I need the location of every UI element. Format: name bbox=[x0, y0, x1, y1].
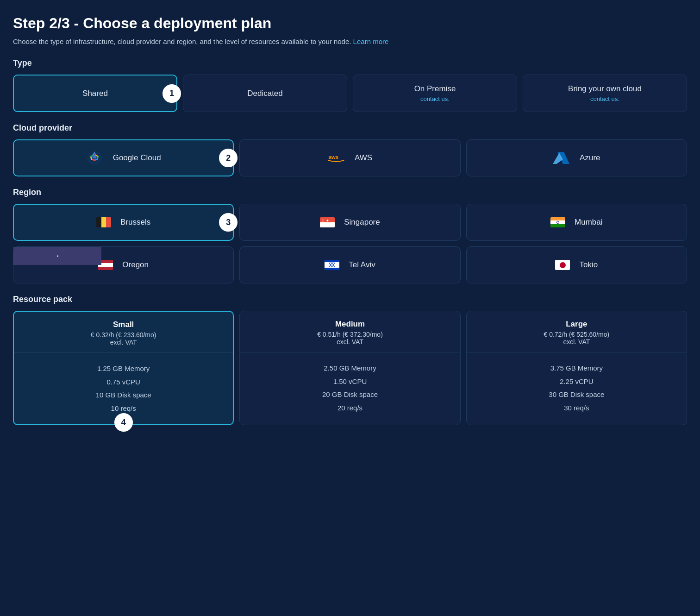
resource-option-medium[interactable]: Medium € 0.51/h (€ 372.30/mo) excl. VAT … bbox=[239, 311, 460, 425]
step-badge-2: 2 bbox=[219, 149, 238, 167]
cloud-provider-section-label: Cloud provider bbox=[13, 123, 687, 133]
flag-singapore: ☾ ✦ bbox=[320, 217, 335, 227]
resource-small-price: € 0.32/h (€ 233.60/mo) bbox=[21, 331, 225, 339]
resource-large-name: Large bbox=[474, 320, 679, 329]
type-options-grid: Shared 1 Dedicated On Premise contact us… bbox=[13, 75, 687, 112]
resource-small-specs: 1.25 GB Memory 0.75 vCPU 10 GB Disk spac… bbox=[21, 362, 225, 415]
resource-small-name: Small bbox=[21, 320, 225, 329]
svg-marker-6 bbox=[329, 263, 335, 267]
flag-israel bbox=[325, 260, 339, 270]
type-shared-label: Shared bbox=[82, 89, 108, 98]
region-row-1: Brussels 3 ☾ ✦ Singapore Mumbai bbox=[13, 204, 687, 241]
region-mumbai-label: Mumbai bbox=[575, 218, 602, 227]
svg-point-1 bbox=[93, 155, 96, 158]
region-tokio-label: Tokio bbox=[579, 260, 598, 270]
region-option-mumbai[interactable]: Mumbai bbox=[466, 204, 687, 241]
step-badge-1: 1 bbox=[162, 84, 181, 103]
type-byoc-label: Bring your own cloud bbox=[568, 84, 642, 93]
region-brussels-label: Brussels bbox=[120, 218, 150, 227]
provider-gcp-label: Google Cloud bbox=[113, 153, 161, 163]
gcp-icon bbox=[86, 150, 103, 166]
region-option-brussels[interactable]: Brussels 3 bbox=[13, 204, 234, 241]
provider-option-aws[interactable]: aws AWS bbox=[239, 139, 460, 176]
provider-azure-label: Azure bbox=[580, 153, 600, 163]
region-option-singapore[interactable]: ☾ ✦ Singapore bbox=[239, 204, 460, 241]
region-option-tokio[interactable]: Tokio bbox=[466, 246, 687, 283]
type-option-byoc[interactable]: Bring your own cloud contact us. bbox=[523, 75, 687, 112]
region-oregon-label: Oregon bbox=[122, 260, 149, 270]
svg-text:aws: aws bbox=[328, 154, 338, 160]
resource-medium-price: € 0.51/h (€ 372.30/mo) bbox=[247, 331, 452, 338]
provider-option-azure[interactable]: Azure bbox=[466, 139, 687, 176]
region-option-tel-aviv[interactable]: Tel Aviv bbox=[239, 246, 460, 283]
type-option-dedicated[interactable]: Dedicated bbox=[183, 75, 347, 112]
resource-large-price: € 0.72/h (€ 525.60/mo) bbox=[474, 331, 679, 338]
type-option-shared[interactable]: Shared 1 bbox=[13, 75, 177, 112]
azure-icon bbox=[553, 150, 569, 166]
resource-option-small[interactable]: Small € 0.32/h (€ 233.60/mo) excl. VAT 1… bbox=[13, 311, 234, 425]
type-option-on-premise[interactable]: On Premise contact us. bbox=[353, 75, 517, 112]
step-badge-3: 3 bbox=[219, 213, 238, 232]
provider-aws-label: AWS bbox=[355, 153, 372, 163]
region-row-2: ★ Oregon Tel Aviv Tokio bbox=[13, 246, 687, 283]
type-byoc-contact[interactable]: contact us. bbox=[568, 95, 642, 102]
region-section-label: Region bbox=[13, 188, 687, 197]
page-title: Step 2/3 - Choose a deployment plan bbox=[13, 15, 687, 32]
flag-japan bbox=[555, 260, 570, 270]
flag-usa: ★ bbox=[98, 260, 113, 270]
page-subtitle: Choose the type of infrastructure, cloud… bbox=[13, 38, 687, 45]
resource-large-specs: 3.75 GB Memory 2.25 vCPU 30 GB Disk spac… bbox=[474, 362, 679, 415]
resource-pack-section-label: Resource pack bbox=[13, 295, 687, 304]
step-badge-4: 4 bbox=[114, 413, 133, 432]
provider-option-gcp[interactable]: Google Cloud 2 bbox=[13, 139, 234, 176]
svg-marker-7 bbox=[329, 263, 335, 267]
learn-more-link[interactable]: Learn more bbox=[353, 38, 389, 45]
resource-pack-grid: Small € 0.32/h (€ 233.60/mo) excl. VAT 1… bbox=[13, 311, 687, 425]
flag-india bbox=[550, 217, 565, 227]
region-option-oregon[interactable]: ★ Oregon bbox=[13, 246, 234, 283]
region-tel-aviv-label: Tel Aviv bbox=[349, 260, 375, 270]
region-grid: Brussels 3 ☾ ✦ Singapore Mumbai bbox=[13, 204, 687, 283]
type-on-premise-contact[interactable]: contact us. bbox=[414, 95, 456, 102]
region-singapore-label: Singapore bbox=[344, 218, 380, 227]
type-section-label: Type bbox=[13, 58, 687, 68]
resource-medium-specs: 2.50 GB Memory 1.50 vCPU 20 GB Disk spac… bbox=[247, 362, 452, 415]
cloud-provider-grid: Google Cloud 2 aws AWS Azure bbox=[13, 139, 687, 176]
type-on-premise-label: On Premise bbox=[414, 84, 456, 93]
aws-icon: aws bbox=[328, 150, 344, 166]
type-dedicated-label: Dedicated bbox=[247, 89, 283, 98]
resource-medium-name: Medium bbox=[247, 320, 452, 329]
resource-option-large[interactable]: Large € 0.72/h (€ 525.60/mo) excl. VAT 3… bbox=[466, 311, 687, 425]
flag-belgium bbox=[96, 217, 111, 227]
